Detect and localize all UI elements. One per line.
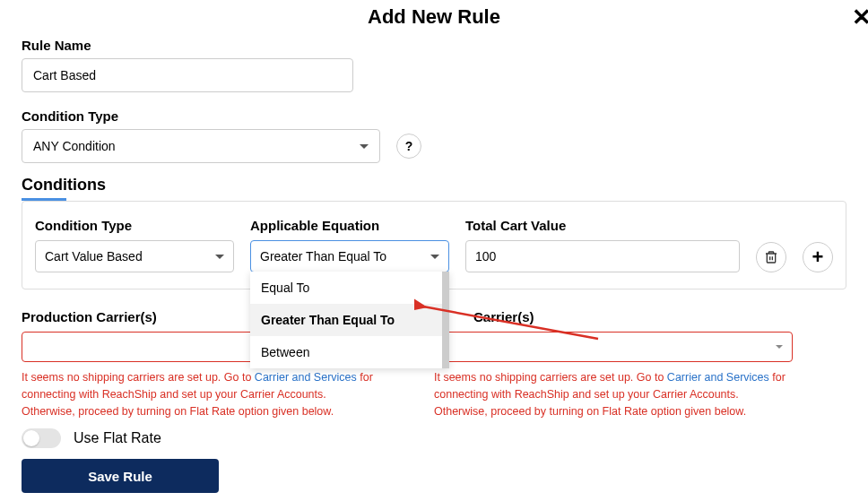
- sandbox-carriers-label: Carrier(s): [434, 309, 793, 324]
- modal-title: Add New Rule: [22, 5, 846, 29]
- equation-option-between[interactable]: Between: [250, 336, 442, 368]
- close-button[interactable]: ✕: [852, 4, 868, 31]
- chevron-down-icon: [430, 255, 439, 259]
- cond-type-sublabel: Condition Type: [35, 218, 234, 233]
- question-icon: ?: [405, 139, 413, 153]
- chevron-down-icon: [776, 345, 783, 349]
- condition-subtype-value: Cart Value Based: [45, 249, 143, 263]
- rule-name-input[interactable]: [22, 58, 353, 92]
- equation-dropdown: Equal To Greater Than Equal To Between: [250, 272, 449, 368]
- chevron-down-icon: [360, 144, 369, 149]
- conditions-panel: Condition Type Cart Value Based Applicab…: [22, 201, 846, 289]
- flat-rate-label: Use Flat Rate: [74, 430, 161, 446]
- condition-subtype-select[interactable]: Cart Value Based: [35, 240, 234, 272]
- sandbox-carriers-select[interactable]: [434, 332, 793, 362]
- flat-rate-toggle[interactable]: [22, 428, 61, 448]
- equation-select[interactable]: Greater Than Equal To: [250, 240, 449, 272]
- carrier-services-link[interactable]: Carrier and Services: [255, 371, 357, 384]
- condition-type-select[interactable]: ANY Condition: [22, 129, 380, 163]
- plus-icon: +: [812, 246, 824, 269]
- cart-value-label: Total Cart Value: [465, 218, 740, 233]
- delete-condition-button[interactable]: [756, 242, 786, 272]
- save-rule-button[interactable]: Save Rule: [22, 459, 219, 493]
- production-carriers-warning: It seems no shipping carriers are set up…: [22, 369, 380, 419]
- toggle-knob: [23, 430, 39, 446]
- condition-type-label: Condition Type: [22, 108, 380, 124]
- carrier-services-link[interactable]: Carrier and Services: [667, 371, 769, 384]
- equation-selected-value: Greater Than Equal To: [260, 249, 386, 263]
- trash-icon: [764, 250, 778, 264]
- add-condition-button[interactable]: +: [803, 242, 833, 272]
- cart-value-input[interactable]: [465, 240, 740, 272]
- equation-label: Applicable Equation: [250, 218, 449, 233]
- rule-name-label: Rule Name: [22, 38, 846, 53]
- equation-option-greater-than-equal-to[interactable]: Greater Than Equal To: [250, 304, 442, 336]
- close-icon: ✕: [852, 4, 868, 30]
- equation-option-equal-to[interactable]: Equal To: [250, 272, 442, 304]
- condition-type-value: ANY Condition: [33, 139, 116, 153]
- chevron-down-icon: [215, 255, 224, 259]
- warning-text-prefix: It seems no shipping carriers are set up…: [434, 371, 667, 384]
- conditions-heading: Conditions: [22, 176, 846, 194]
- sandbox-carriers-warning: It seems no shipping carriers are set up…: [434, 369, 793, 419]
- warning-text-prefix: It seems no shipping carriers are set up…: [22, 371, 255, 384]
- help-icon[interactable]: ?: [396, 134, 421, 159]
